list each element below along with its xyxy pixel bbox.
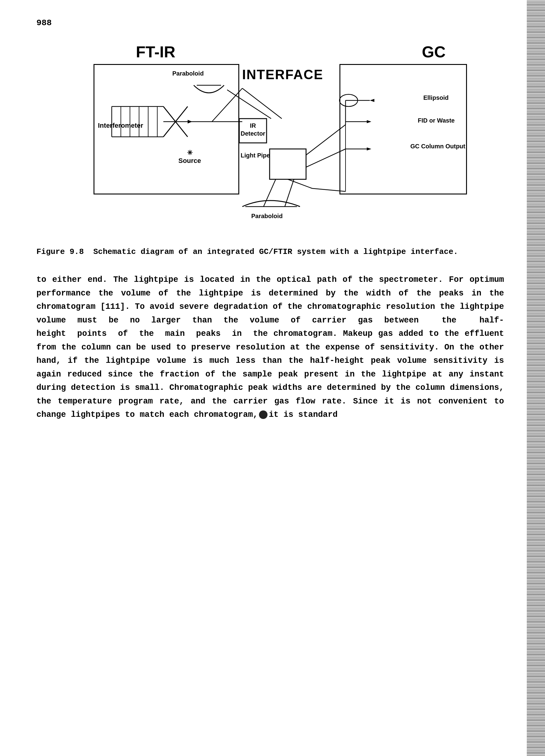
svg-rect-13 bbox=[269, 149, 306, 179]
svg-marker-32 bbox=[188, 120, 192, 123]
svg-marker-25 bbox=[370, 99, 374, 102]
svg-line-27 bbox=[312, 188, 346, 191]
svg-marker-21 bbox=[367, 120, 371, 123]
svg-line-22 bbox=[306, 149, 346, 167]
svg-line-19 bbox=[227, 90, 271, 119]
svg-line-29 bbox=[263, 179, 276, 207]
body-paragraph: to either end. The lightpipe is located … bbox=[36, 273, 504, 422]
diagram-svg bbox=[81, 40, 476, 228]
page-number: 988 bbox=[36, 18, 521, 28]
body-text: to either end. The lightpipe is located … bbox=[36, 273, 504, 422]
svg-line-11 bbox=[212, 88, 242, 122]
figure-caption: Figure 9.8 Schematic diagram of an integ… bbox=[36, 246, 521, 258]
right-border-decoration bbox=[527, 0, 545, 756]
svg-rect-14 bbox=[239, 119, 266, 143]
page: 988 FT-IR GC INTERFACE Interferometer ✳S… bbox=[0, 0, 545, 756]
svg-marker-24 bbox=[367, 147, 371, 150]
svg-line-17 bbox=[306, 125, 346, 155]
svg-line-30 bbox=[285, 179, 294, 207]
figure-caption-bold: Figure 9.8 Schematic diagram of an integ… bbox=[36, 247, 458, 256]
diagram-area: FT-IR GC INTERFACE Interferometer ✳Sourc… bbox=[36, 40, 521, 228]
diagram-container: FT-IR GC INTERFACE Interferometer ✳Sourc… bbox=[81, 40, 476, 228]
